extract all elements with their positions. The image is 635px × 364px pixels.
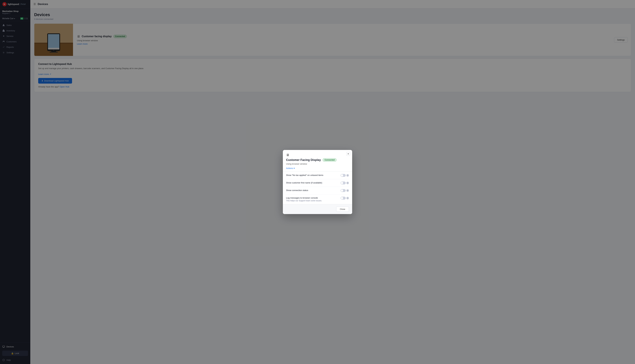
toggle-switch-customer-name[interactable]	[341, 182, 346, 184]
toggle-control-log-messages: ✕	[341, 197, 349, 200]
toggle-x-no-tax[interactable]: ✕	[346, 174, 349, 177]
toggle-x-log-messages[interactable]: ✕	[346, 197, 349, 200]
modal-body: Show "No tax applied" on untaxed items ✕…	[283, 172, 352, 204]
toggle-label-log-messages: Log messages to browser console This hel…	[286, 197, 322, 202]
chevron-down-icon: ▾	[294, 167, 295, 170]
toggle-row-log-messages: Log messages to browser console This hel…	[286, 194, 349, 204]
modal-connected-badge: Connected	[322, 158, 337, 162]
modal-footer: Close	[283, 204, 352, 214]
modal-title-row: Customer Facing Display Connected	[286, 158, 349, 162]
toggle-switch-connection-status[interactable]	[341, 189, 346, 192]
toggle-switch-log-messages[interactable]	[341, 197, 346, 200]
modal-close-footer-button[interactable]: Close	[336, 206, 349, 212]
modal-title: Customer Facing Display	[286, 158, 321, 162]
toggle-switch-no-tax[interactable]	[341, 174, 346, 177]
modal-subtitle: Using browser window	[286, 163, 349, 165]
toggle-row-connection-status: Show connection status ✕	[286, 187, 349, 194]
modal-actions-row: Actions ▾	[283, 165, 352, 170]
toggle-row-customer-name: Show customer first name (if available) …	[286, 179, 349, 187]
modal-monitor-icon: 🖥	[286, 153, 349, 157]
toggle-label-no-tax: Show "No tax applied" on untaxed items	[286, 174, 326, 176]
toggle-x-connection-status[interactable]: ✕	[346, 189, 349, 192]
toggle-label-connection-status: Show connection status	[286, 189, 311, 192]
toggle-control-customer-name: ✕	[341, 182, 349, 184]
toggle-control-connection-status: ✕	[341, 189, 349, 192]
actions-dropdown[interactable]: Actions ▾	[286, 167, 295, 170]
modal-customer-display: ✕ 🖥 Customer Facing Display Connected Us…	[283, 150, 352, 214]
modal-overlay: ✕ 🖥 Customer Facing Display Connected Us…	[0, 0, 635, 364]
modal-close-button[interactable]: ✕	[346, 152, 350, 156]
toggle-control-no-tax: ✕	[341, 174, 349, 177]
toggle-row-no-tax: Show "No tax applied" on untaxed items ✕	[286, 172, 349, 179]
toggle-x-customer-name[interactable]: ✕	[346, 182, 349, 184]
toggle-label-customer-name: Show customer first name (if available)	[286, 182, 325, 184]
modal-header: 🖥 Customer Facing Display Connected Usin…	[283, 150, 352, 165]
